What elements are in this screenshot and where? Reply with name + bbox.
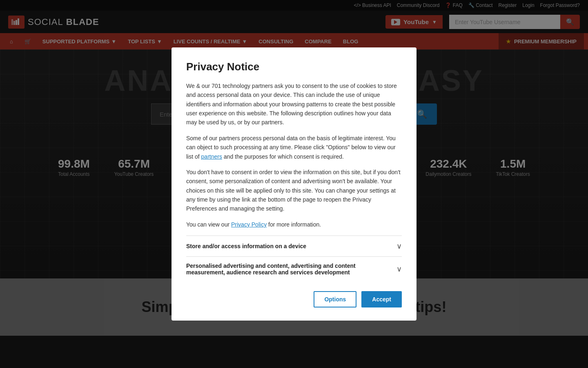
modal-body-3: You don't have to consent in order to vi…	[186, 168, 402, 213]
modal-section-1-title: Store and/or access information on a dev…	[186, 243, 392, 249]
modal-overlay: Privacy Notice We & our 701 technology p…	[0, 0, 588, 368]
modal-body-1: We & our 701 technology partners ask you…	[186, 81, 402, 127]
chevron-down-icon: ∨	[396, 242, 402, 251]
modal-body-2: Some of our partners process personal da…	[186, 134, 402, 161]
modal-section-2-title: Personalised advertising and content, ad…	[186, 263, 392, 276]
accept-button[interactable]: Accept	[361, 291, 402, 307]
options-button[interactable]: Options	[314, 291, 356, 307]
modal-buttons: Options Accept	[186, 291, 402, 307]
privacy-modal: Privacy Notice We & our 701 technology p…	[172, 47, 416, 321]
modal-title: Privacy Notice	[186, 61, 402, 73]
modal-section-1[interactable]: Store and/or access information on a dev…	[186, 236, 402, 256]
privacy-policy-link[interactable]: Privacy Policy	[231, 221, 267, 228]
modal-section-2[interactable]: Personalised advertising and content, ad…	[186, 256, 402, 281]
modal-body-4: You can view our Privacy Policy for more…	[186, 220, 402, 229]
chevron-down-icon: ∨	[396, 265, 402, 274]
partners-link[interactable]: partners	[201, 153, 222, 160]
